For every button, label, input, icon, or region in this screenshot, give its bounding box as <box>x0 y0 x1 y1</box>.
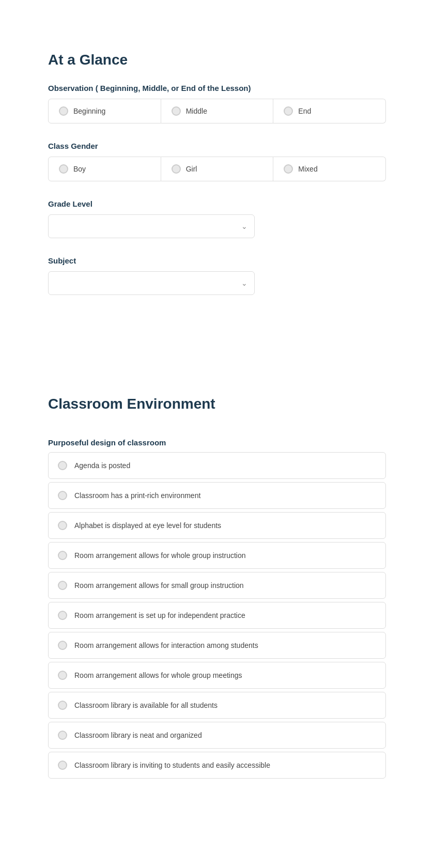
classroom-environment-section: Classroom Environment Purposeful design … <box>48 375 386 779</box>
gender-option-boy-label: Boy <box>73 165 86 173</box>
subject-label: Subject <box>48 256 386 265</box>
checklist-text-library-neat: Classroom library is neat and organized <box>74 731 202 739</box>
checklist-item-small-group[interactable]: Room arrangement allows for small group … <box>48 572 386 599</box>
check-circle-whole-meetings <box>58 671 67 680</box>
gender-radio-circle-boy <box>59 164 68 174</box>
observation-option-beginning[interactable]: Beginning <box>48 99 161 123</box>
check-circle-alphabet <box>58 521 67 530</box>
checklist-text-library-available: Classroom library is available for all s… <box>74 701 218 709</box>
observation-radio-circle-middle <box>172 106 181 116</box>
check-circle-library-available <box>58 701 67 710</box>
check-circle-whole-group <box>58 551 67 560</box>
check-circle-independent <box>58 611 67 620</box>
grade-level-select[interactable] <box>48 214 255 238</box>
checklist-item-library-available[interactable]: Classroom library is available for all s… <box>48 692 386 719</box>
checklist-item-alphabet[interactable]: Alphabet is displayed at eye level for s… <box>48 512 386 539</box>
check-circle-print-rich <box>58 491 67 500</box>
checklist-text-whole-group: Room arrangement allows for whole group … <box>74 551 246 560</box>
checklist-item-agenda[interactable]: Agenda is posted <box>48 452 386 479</box>
gender-option-girl-label: Girl <box>186 165 197 173</box>
observation-field-group: Observation ( Beginning, Middle, or End … <box>48 84 386 123</box>
checklist-item-whole-meetings[interactable]: Room arrangement allows for whole group … <box>48 662 386 689</box>
check-circle-interaction <box>58 641 67 650</box>
check-circle-agenda <box>58 461 67 470</box>
checklist-text-whole-meetings: Room arrangement allows for whole group … <box>74 671 242 679</box>
gender-radio-circle-mixed <box>284 164 293 174</box>
checklist-item-print-rich[interactable]: Classroom has a print-rich environment <box>48 482 386 509</box>
observation-label: Observation ( Beginning, Middle, or End … <box>48 84 386 92</box>
checklist-item-library-neat[interactable]: Classroom library is neat and organized <box>48 722 386 749</box>
observation-radio-group: Beginning Middle End <box>48 99 386 123</box>
checklist-item-library-inviting[interactable]: Classroom library is inviting to student… <box>48 752 386 779</box>
checklist-item-whole-group[interactable]: Room arrangement allows for whole group … <box>48 542 386 569</box>
classroom-environment-title: Classroom Environment <box>48 396 386 412</box>
gender-option-mixed[interactable]: Mixed <box>273 157 386 181</box>
observation-option-middle[interactable]: Middle <box>161 99 274 123</box>
observation-radio-circle-end <box>284 106 293 116</box>
observation-option-middle-label: Middle <box>186 107 207 115</box>
gender-option-boy[interactable]: Boy <box>48 157 161 181</box>
check-circle-library-neat <box>58 731 67 740</box>
subject-select-wrapper: ⌄ <box>48 271 255 295</box>
observation-option-beginning-label: Beginning <box>73 107 105 115</box>
checklist-item-interaction[interactable]: Room arrangement allows for interaction … <box>48 632 386 659</box>
observation-option-end-label: End <box>298 107 311 115</box>
class-gender-radio-group: Boy Girl Mixed <box>48 157 386 181</box>
gender-option-mixed-label: Mixed <box>298 165 317 173</box>
at-a-glance-section: At a Glance Observation ( Beginning, Mid… <box>48 26 386 295</box>
section-spacer <box>48 313 386 375</box>
checklist-text-interaction: Room arrangement allows for interaction … <box>74 641 258 649</box>
gender-radio-circle-girl <box>172 164 181 174</box>
checklist-text-library-inviting: Classroom library is inviting to student… <box>74 761 270 769</box>
checklist-text-independent: Room arrangement is set up for independe… <box>74 611 245 619</box>
check-circle-library-inviting <box>58 761 67 770</box>
checklist-item-independent[interactable]: Room arrangement is set up for independe… <box>48 602 386 629</box>
purposeful-design-group: Purposeful design of classroom Agenda is… <box>48 438 386 779</box>
checklist-text-print-rich: Classroom has a print-rich environment <box>74 491 200 500</box>
grade-level-label: Grade Level <box>48 199 386 208</box>
gender-option-girl[interactable]: Girl <box>161 157 274 181</box>
subject-select[interactable] <box>48 271 255 295</box>
grade-level-select-wrapper: ⌄ <box>48 214 255 238</box>
at-a-glance-title: At a Glance <box>48 52 386 68</box>
subject-field-group: Subject ⌄ <box>48 256 386 295</box>
observation-option-end[interactable]: End <box>273 99 386 123</box>
class-gender-label: Class Gender <box>48 142 386 150</box>
checklist-text-agenda: Agenda is posted <box>74 461 130 470</box>
observation-radio-circle-beginning <box>59 106 68 116</box>
purposeful-design-label: Purposeful design of classroom <box>48 438 386 447</box>
class-gender-field-group: Class Gender Boy Girl Mixed <box>48 142 386 181</box>
env-spacer <box>48 428 386 438</box>
check-circle-small-group <box>58 581 67 590</box>
checklist-text-small-group: Room arrangement allows for small group … <box>74 581 244 590</box>
checklist-text-alphabet: Alphabet is displayed at eye level for s… <box>74 521 221 530</box>
grade-level-field-group: Grade Level ⌄ <box>48 199 386 238</box>
